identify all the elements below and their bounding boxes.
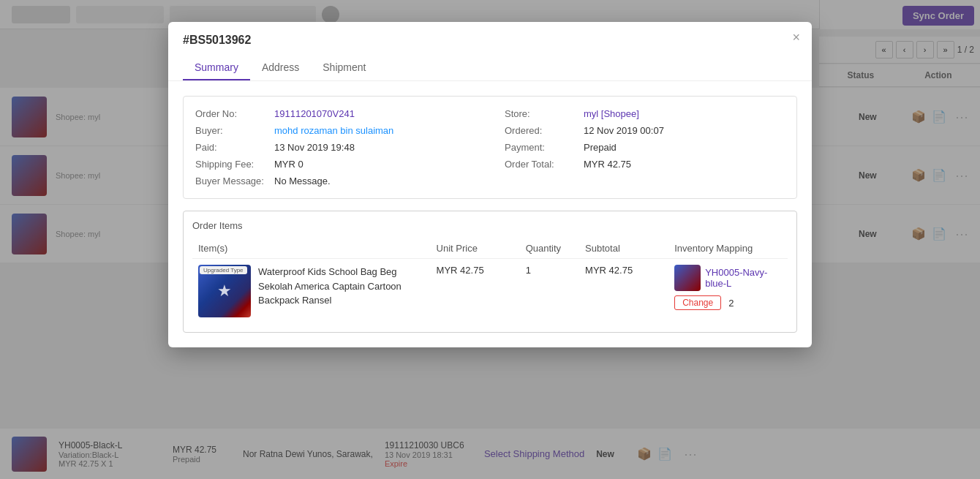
col-unit-price: Unit Price: [431, 238, 520, 259]
order-items-section: Order Items Item(s) Unit Price Quantity …: [183, 211, 797, 333]
ordered-value: 12 Nov 2019 00:07: [584, 125, 664, 136]
table-row: Upgraded Type Waterproof Kids School Bag…: [192, 259, 788, 324]
order-total-row: Order Total: MYR 42.75: [505, 159, 785, 170]
order-detail-modal: #BS5013962 × Summary Address Shipment Or…: [168, 22, 812, 347]
order-total-value: MYR 42.75: [584, 159, 631, 170]
store-value: myl [Shopee]: [584, 108, 639, 119]
modal-header: #BS5013962 × Summary Address Shipment: [168, 22, 812, 81]
modal-body: Order No: 19111201070V241 Buyer: mohd ro…: [168, 81, 812, 347]
order-total-label: Order Total:: [505, 159, 578, 170]
inventory-sku: YH0005-Navy-blue-L: [705, 267, 782, 289]
store-label: Store:: [505, 108, 578, 119]
tab-summary[interactable]: Summary: [183, 56, 250, 80]
item-subtotal: MYR 42.75: [585, 265, 633, 276]
paid-value: 13 Nov 2019 19:48: [274, 142, 355, 153]
order-no-value: 19111201070V241: [274, 108, 355, 119]
paid-row: Paid: 13 Nov 2019 19:48: [195, 142, 475, 153]
item-image-wrapper: Upgraded Type: [198, 265, 251, 317]
buyer-message-value: No Message.: [274, 176, 331, 186]
info-right: Store: myl [Shopee] Ordered: 12 Nov 2019…: [505, 108, 785, 186]
col-items: Item(s): [192, 238, 431, 259]
order-no-label: Order No:: [195, 108, 268, 119]
ordered-row: Ordered: 12 Nov 2019 00:07: [505, 125, 785, 136]
buyer-message-row: Buyer Message: No Message.: [195, 176, 475, 186]
item-image: Upgraded Type: [198, 265, 251, 317]
payment-label: Payment:: [505, 142, 578, 153]
order-no-row: Order No: 19111201070V241: [195, 108, 475, 119]
modal-backdrop: #BS5013962 × Summary Address Shipment Or…: [0, 0, 980, 479]
inventory-mapping: YH0005-Navy-blue-L Change 2: [674, 265, 782, 310]
change-button[interactable]: Change: [674, 295, 721, 310]
item-unit-price: MYR 42.75: [437, 265, 484, 276]
col-inventory: Inventory Mapping: [668, 238, 788, 259]
shipping-fee-row: Shipping Fee: MYR 0: [195, 159, 475, 170]
store-row: Store: myl [Shopee]: [505, 108, 785, 119]
buyer-label: Buyer:: [195, 125, 268, 136]
items-table-wrapper: Item(s) Unit Price Quantity Subtotal Inv…: [192, 238, 788, 323]
col-subtotal: Subtotal: [579, 238, 668, 259]
shipping-fee-label: Shipping Fee:: [195, 159, 268, 170]
col-quantity: Quantity: [520, 238, 579, 259]
inventory-image: [674, 265, 701, 291]
payment-value: Prepaid: [584, 142, 617, 153]
buyer-message-label: Buyer Message:: [195, 176, 268, 186]
order-items-title: Order Items: [192, 220, 788, 231]
tab-address[interactable]: Address: [250, 56, 311, 80]
tab-shipment[interactable]: Shipment: [311, 56, 377, 80]
tab-bar: Summary Address Shipment: [183, 56, 797, 80]
change-row: Change 2: [674, 295, 782, 310]
buyer-value: mohd rozaman bin sulaiman: [274, 125, 393, 136]
order-info-grid: Order No: 19111201070V241 Buyer: mohd ro…: [183, 96, 797, 199]
info-left: Order No: 19111201070V241 Buyer: mohd ro…: [195, 108, 475, 186]
buyer-row: Buyer: mohd rozaman bin sulaiman: [195, 125, 475, 136]
item-name: Waterproof Kids School Bag Beg Sekolah A…: [258, 265, 425, 308]
item-quantity: 1: [526, 265, 531, 276]
paid-label: Paid:: [195, 142, 268, 153]
items-table: Item(s) Unit Price Quantity Subtotal Inv…: [192, 238, 788, 323]
payment-row: Payment: Prepaid: [505, 142, 785, 153]
shipping-fee-value: MYR 0: [274, 159, 304, 170]
modal-title: #BS5013962: [183, 34, 797, 47]
item-cell: Upgraded Type Waterproof Kids School Bag…: [198, 265, 425, 317]
close-button[interactable]: ×: [792, 31, 800, 44]
item-tag: Upgraded Type: [200, 266, 247, 274]
change-qty: 2: [728, 298, 734, 309]
ordered-label: Ordered:: [505, 125, 578, 136]
inventory-img-sku: YH0005-Navy-blue-L: [674, 265, 782, 291]
